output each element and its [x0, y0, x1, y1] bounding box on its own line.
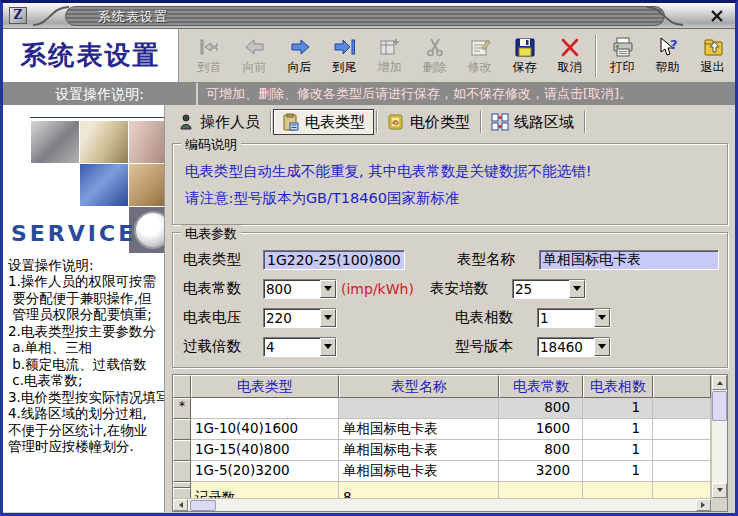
- service-text: SERVICE: [11, 221, 136, 246]
- horizontal-scroll-thumb[interactable]: [190, 500, 216, 511]
- last-record-button[interactable]: 到尾: [322, 31, 367, 81]
- collage-image-keyboard: [80, 164, 128, 206]
- meter-constant-unit: (imp/kWh): [341, 281, 414, 297]
- ampere-label: 表安培数: [430, 279, 512, 298]
- coding-notes-title: 编码说明: [181, 136, 241, 154]
- toolbar-separator: [595, 34, 597, 78]
- coding-notes-group: 编码说明 电表类型自动生成不能重复, 其中电表常数是关键数据不能选错! 请注意:…: [172, 143, 728, 225]
- add-record-icon: [378, 36, 402, 58]
- toolbar-row: 系统表设置 到首 向前 向后 到尾 增加: [3, 29, 735, 83]
- edit-note-icon: [468, 36, 492, 58]
- prev-record-button: 向前: [232, 31, 277, 81]
- voltage-label: 电表电压: [183, 308, 263, 327]
- table-grid: 电表类型 表型名称 电表常数 电表相数 * 800 1: [173, 375, 711, 498]
- vertical-scrollbar[interactable]: [711, 375, 727, 498]
- titlebar-swoosh-right: [645, 3, 685, 29]
- app-logo-icon: Z: [9, 7, 27, 24]
- tab-separator: [584, 111, 585, 133]
- phase-combo[interactable]: 1: [537, 308, 611, 328]
- first-record-icon: [198, 36, 222, 58]
- prev-record-icon: [243, 36, 267, 58]
- chevron-down-icon[interactable]: [320, 309, 336, 327]
- pocket-watch-icon: [134, 211, 165, 249]
- collage-image-pen: [80, 121, 128, 163]
- delete-button: 删除: [412, 31, 457, 81]
- overload-combo[interactable]: 4: [263, 337, 337, 357]
- line-area-diagram-icon: [491, 113, 509, 131]
- meter-params-group: 电表参数 电表类型 表型名称 电表常数 800 (imp/kWh) 表安培数: [172, 232, 728, 368]
- collage-hline: [30, 117, 164, 118]
- chevron-down-icon[interactable]: [594, 338, 610, 356]
- param-row: 电表类型 表型名称: [183, 245, 719, 274]
- sidebar: SERVICE 设置操作说明: 1.操作人员的权限可按需 要分配便于兼职操作,但…: [3, 105, 165, 512]
- save-button[interactable]: 保存: [502, 31, 547, 81]
- help-cursor-icon: ?: [656, 36, 680, 58]
- meter-type-input[interactable]: [263, 250, 405, 270]
- header-row: 设置操作说明: 可增加、删除、修改各类型后请进行保存，如不保存修改，请点击[取消…: [3, 83, 735, 105]
- next-record-button[interactable]: 向后: [277, 31, 322, 81]
- collage-image-hand: [129, 164, 165, 206]
- param-row: 电表电压 220 电表相数 1: [183, 303, 719, 332]
- row-marker: *: [173, 398, 191, 419]
- window-title: 系统表设置: [98, 8, 168, 26]
- vertical-scroll-thumb[interactable]: [712, 391, 727, 421]
- col-header-phase[interactable]: 电表相数: [583, 375, 653, 398]
- add-button: 增加: [367, 31, 412, 81]
- col-header-meter-constant[interactable]: 电表常数: [499, 375, 583, 398]
- print-button[interactable]: 打印: [600, 31, 645, 81]
- chevron-down-icon[interactable]: [320, 338, 336, 356]
- row-marker: [173, 488, 191, 498]
- chevron-down-icon[interactable]: [594, 309, 610, 327]
- table-row[interactable]: 1G-5(20)3200 单相国标电卡表 3200 1: [173, 461, 711, 482]
- close-icon[interactable]: [709, 8, 725, 24]
- scroll-down-icon[interactable]: [712, 483, 727, 498]
- toolbar: 到首 向前 向后 到尾 增加 删除: [179, 29, 735, 82]
- coding-note-line1: 电表类型自动生成不能重复, 其中电表常数是关键数据不能选错!: [185, 158, 727, 185]
- title-bar: Z 系统表设置: [3, 3, 735, 29]
- cancel-button[interactable]: 取消: [547, 31, 592, 81]
- content-panel: 操作人员 电表类型 电价类型 线路区域: [165, 105, 735, 512]
- tab-meter-type[interactable]: 电表类型: [273, 109, 374, 135]
- chevron-down-icon[interactable]: [320, 280, 336, 298]
- model-version-combo[interactable]: 18460: [537, 337, 611, 357]
- collage-image-pens: [129, 121, 165, 163]
- main-area: SERVICE 设置操作说明: 1.操作人员的权限可按需 要分配便于兼职操作,但…: [3, 105, 735, 512]
- horizontal-scrollbar[interactable]: [173, 498, 711, 511]
- operator-person-icon: [177, 113, 195, 131]
- chevron-down-icon[interactable]: [569, 280, 585, 298]
- help-button[interactable]: ? 帮助: [645, 31, 690, 81]
- meter-constant-combo[interactable]: 800: [263, 279, 337, 299]
- tab-bar: 操作人员 电表类型 电价类型 线路区域: [169, 108, 731, 136]
- model-name-input[interactable]: [539, 250, 719, 270]
- tab-line-area[interactable]: 线路区域: [483, 109, 582, 135]
- table-new-row[interactable]: * 800 1: [173, 398, 711, 419]
- table-row[interactable]: 1G-10(40)1600 单相国标电卡表 1600 1: [173, 419, 711, 440]
- exit-button[interactable]: 退出: [690, 31, 735, 81]
- table-row[interactable]: 1G-15(40)800 单相国标电卡表 800 1: [173, 440, 711, 461]
- overload-label: 过载倍数: [183, 337, 263, 356]
- scroll-up-icon[interactable]: [712, 375, 727, 390]
- scroll-right-icon[interactable]: [696, 499, 711, 511]
- meter-params-title: 电表参数: [181, 225, 241, 243]
- row-marker-header: [173, 375, 191, 398]
- voltage-combo[interactable]: 220: [263, 308, 337, 328]
- meter-type-label: 电表类型: [183, 250, 263, 269]
- tab-separator: [480, 111, 481, 133]
- col-header-meter-type[interactable]: 电表类型: [191, 375, 339, 398]
- meter-type-table: 电表类型 表型名称 电表常数 电表相数 * 800 1: [172, 374, 728, 512]
- ampere-combo[interactable]: 25: [512, 279, 586, 299]
- modify-button: 修改: [457, 31, 502, 81]
- printer-icon: [611, 36, 635, 58]
- meter-constant-label: 电表常数: [183, 279, 263, 298]
- scroll-left-icon[interactable]: [173, 499, 188, 511]
- app-window: Z 系统表设置 系统表设置 到首 向前 向后 到尾: [0, 0, 738, 516]
- sidebar-header: 设置操作说明:: [3, 83, 198, 105]
- col-header-model-name[interactable]: 表型名称: [339, 375, 499, 398]
- tab-operators[interactable]: 操作人员: [169, 109, 268, 135]
- record-count-value: 8: [339, 488, 499, 498]
- tab-price-type[interactable]: 电价类型: [379, 109, 478, 135]
- row-marker: [173, 440, 191, 461]
- message-bar: 可增加、删除、修改各类型后请进行保存，如不保存修改，请点击[取消]。: [198, 83, 735, 105]
- row-marker: [173, 419, 191, 440]
- record-count-label: 记录数: [191, 488, 339, 498]
